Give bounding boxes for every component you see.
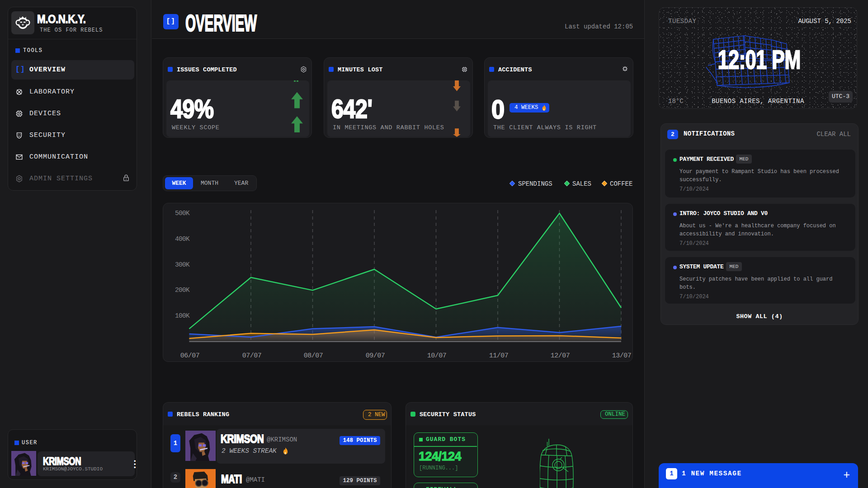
svg-text:12/07: 12/07 (551, 352, 570, 360)
svg-text:400K: 400K (175, 235, 190, 243)
svg-text:08/07: 08/07 (304, 352, 323, 360)
svg-text:09/07: 09/07 (366, 352, 385, 360)
svg-text:11/07: 11/07 (489, 352, 509, 360)
svg-text:500K: 500K (175, 210, 190, 217)
svg-text:13/07: 13/07 (612, 352, 632, 360)
svg-text:300K: 300K (175, 261, 190, 268)
svg-text:100K: 100K (175, 312, 190, 319)
svg-text:10/07: 10/07 (427, 352, 447, 360)
svg-text:06/07: 06/07 (180, 352, 200, 360)
svg-text:07/07: 07/07 (242, 352, 262, 360)
svg-text:200K: 200K (175, 286, 190, 294)
